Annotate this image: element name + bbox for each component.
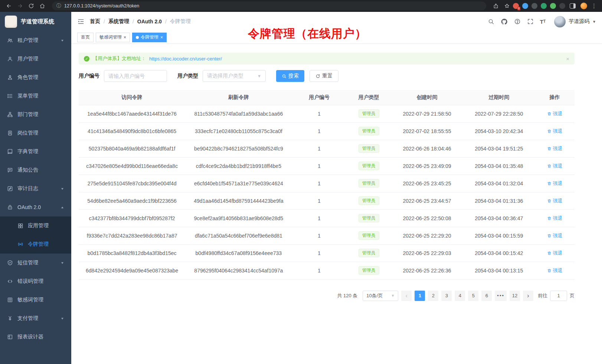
sidebar-item-post[interactable]: 岗位管理 — [0, 124, 71, 142]
access-token-cell: 275e5de9151045fe87cbdc395e004f4d — [79, 175, 185, 192]
create-time-cell: 2022-07-02 18:55:55 — [391, 122, 463, 140]
force-logout-button[interactable]: 强退 — [547, 198, 563, 204]
sidebar-item-oauth2-token[interactable]: 令牌管理 — [0, 235, 71, 254]
force-logout-button[interactable]: 强退 — [547, 267, 563, 274]
force-logout-button[interactable]: 强退 — [547, 163, 563, 169]
sidebar-item-notice[interactable]: 通知公告 — [0, 161, 71, 179]
force-logout-button[interactable]: 强退 — [547, 250, 563, 257]
col-expire-time: 过期时间 — [463, 90, 535, 105]
action-cell: 强退 — [535, 140, 575, 157]
sidebar-item-menu[interactable]: 菜单管理 — [0, 87, 71, 105]
force-logout-button[interactable]: 强退 — [547, 180, 563, 187]
browser-reload-button[interactable] — [26, 1, 36, 11]
access-token-cell: 54d6be82ee5a460a9aedc1f9bf223656 — [79, 192, 185, 209]
browser-profile-avatar[interactable] — [579, 1, 589, 11]
font-size-icon[interactable]: TT — [540, 19, 546, 24]
goto-page-input[interactable] — [550, 291, 567, 301]
sidebar-item-dict[interactable]: 字典管理 — [0, 142, 71, 161]
site-info-icon[interactable]: ⓘ — [56, 3, 61, 9]
help-icon[interactable] — [514, 18, 521, 25]
sidebar-item-oauth2-app[interactable]: 应用管理 — [0, 216, 71, 235]
browser-home-button[interactable] — [37, 1, 48, 11]
sidebar-item-role[interactable]: 角色管理 — [0, 68, 71, 87]
extension-dark-icon[interactable] — [531, 3, 537, 9]
page-button-2[interactable]: 2 — [428, 291, 438, 301]
url-bar[interactable]: ⓘ 127.0.0.1:1024/system/oauth2/token — [52, 1, 486, 10]
force-logout-button[interactable]: 强退 — [547, 215, 563, 222]
alert-doc-link[interactable]: https://doc.iocoder.cn/user-center/ — [149, 56, 222, 62]
sidebar-collapse-icon[interactable] — [77, 18, 85, 25]
browser-back-button[interactable] — [4, 1, 14, 11]
chevron-down-icon: ▼ — [592, 20, 596, 24]
action-cell: 强退 — [535, 192, 575, 209]
expire-time-cell: 2054-03-04 00:15:42 — [463, 244, 535, 262]
extension-puzzle-icon[interactable] — [550, 3, 556, 9]
alert-text: 【用户体系】文档地址： — [93, 55, 146, 62]
tab-close-icon[interactable]: × — [160, 35, 163, 40]
breadcrumb-item[interactable]: 首页 — [90, 18, 100, 25]
user-id-cell: 1 — [292, 192, 346, 209]
access-token-cell: 502375b8040a469a9b82188afdf6af1f — [79, 140, 185, 157]
user-type-select[interactable]: 请选择用户类型 ▼ — [203, 70, 266, 82]
sidebar-item-oauth2[interactable]: OAuth 2.0▲ — [0, 198, 71, 216]
expire-time-cell: 2054-03-04 19:51:25 — [463, 140, 535, 157]
tab-token[interactable]: 令牌管理× — [132, 33, 167, 42]
breadcrumb-item[interactable]: 系统管理 — [108, 18, 129, 25]
tab-home[interactable]: 首页 — [77, 33, 94, 42]
page-button-5[interactable]: 5 — [468, 291, 478, 301]
sidebar-item-user[interactable]: 用户管理 — [0, 50, 71, 68]
extension-red-icon[interactable]: 0 — [513, 3, 519, 9]
browser-forward-button[interactable] — [15, 1, 25, 11]
force-logout-button[interactable]: 强退 — [547, 128, 563, 135]
sidebar-item-label: 应用管理 — [28, 222, 49, 229]
force-logout-button[interactable]: 强退 — [547, 110, 563, 117]
alert-close-icon[interactable]: × — [566, 56, 569, 62]
reset-button[interactable]: 重置 — [310, 70, 338, 82]
app-logo-row[interactable]: 芋道管理系统 — [0, 12, 71, 31]
search-icon[interactable] — [488, 18, 494, 25]
side-panel-icon[interactable] — [567, 1, 578, 11]
browser-toolbar: ⓘ 127.0.0.1:1024/system/oauth2/token 0 ⋮ — [0, 0, 602, 12]
bookmark-star-icon[interactable] — [502, 1, 512, 11]
extension-blue-icon[interactable] — [522, 3, 528, 9]
tab-sensitive-word[interactable]: 敏感词管理× — [96, 33, 130, 42]
page-more-button[interactable]: ••• — [495, 291, 507, 301]
next-page-button[interactable]: › — [523, 291, 533, 301]
goto-label: 前往 — [538, 292, 547, 299]
sidebar-item-dept[interactable]: 部门管理 — [0, 105, 71, 124]
user-id-input[interactable] — [104, 70, 167, 82]
force-logout-label: 强退 — [553, 267, 563, 274]
browser-menu-icon[interactable]: ⋮ — [590, 3, 598, 9]
table-row: f9336e7c7dd242a283ee98dc86b17a87dfa6c71a… — [79, 227, 575, 244]
fullscreen-icon[interactable] — [527, 18, 534, 25]
page-button-1[interactable]: 1 — [415, 291, 425, 301]
page-button-4[interactable]: 4 — [455, 291, 465, 301]
github-icon[interactable] — [501, 18, 508, 25]
access-token-cell: 41c41346a548490f9dc8b01c6bfe0865 — [79, 122, 185, 140]
page-button-6[interactable]: 6 — [481, 291, 492, 301]
reset-button-label: 重置 — [322, 73, 333, 79]
breadcrumb-item[interactable]: OAuth 2.0 — [137, 19, 162, 24]
extension-green-icon[interactable] — [541, 3, 547, 9]
tree-icon — [7, 112, 13, 118]
sidebar-item-tenant[interactable]: 租户管理▼ — [0, 31, 71, 50]
force-logout-button[interactable]: 强退 — [547, 145, 563, 152]
sidebar-item-audit-log[interactable]: 审计日志▼ — [0, 179, 71, 198]
tab-close-icon[interactable]: × — [124, 35, 126, 40]
sidebar-item-error-code[interactable]: 错误码管理 — [0, 272, 71, 291]
sidebar-item-sms[interactable]: 短信管理▼ — [0, 254, 71, 272]
user-menu[interactable]: 芋道源码 ▼ — [554, 16, 596, 27]
search-button[interactable]: 搜索 — [276, 70, 304, 82]
share-icon[interactable] — [491, 1, 501, 11]
page-button-3[interactable]: 3 — [441, 291, 452, 301]
sidebar-item-report[interactable]: 报表设计器 — [0, 328, 71, 346]
sidebar-item-pay[interactable]: 支付管理▼ — [0, 309, 71, 328]
annotation-overlay: 令牌管理（在线用户） — [248, 26, 367, 42]
page-size-select[interactable]: 10条/页 ▼ — [363, 291, 398, 301]
page-button-12[interactable]: 12 — [510, 291, 520, 301]
create-time-cell: 2022-06-25 22:26:36 — [391, 262, 463, 279]
force-logout-button[interactable]: 强退 — [547, 232, 563, 239]
prev-page-button[interactable]: ‹ — [401, 291, 412, 301]
sidebar-item-sensitive-word[interactable]: 敏感词管理 — [0, 291, 71, 309]
extension-dark2-icon[interactable] — [559, 3, 565, 9]
